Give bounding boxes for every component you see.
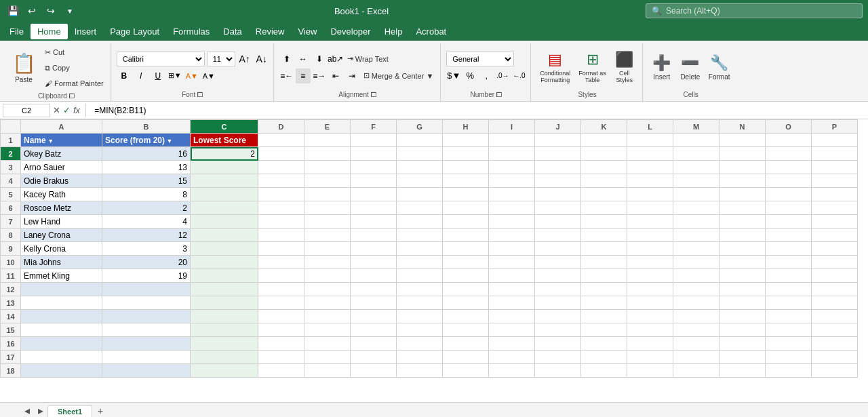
col-header-j[interactable]: J bbox=[535, 120, 581, 134]
cell-o10[interactable] bbox=[766, 256, 812, 269]
cell-f15[interactable] bbox=[351, 323, 397, 337]
col-header-k[interactable]: K bbox=[581, 120, 627, 134]
cell-h9[interactable] bbox=[443, 242, 489, 256]
cell-p3[interactable] bbox=[812, 161, 858, 174]
cell-p1[interactable] bbox=[812, 134, 858, 147]
cell-o5[interactable] bbox=[766, 188, 812, 201]
col-header-c[interactable]: C bbox=[191, 120, 258, 134]
cell-h11[interactable] bbox=[443, 269, 489, 283]
col-header-b[interactable]: B bbox=[102, 120, 191, 134]
cell-b15[interactable] bbox=[102, 323, 191, 337]
cell-l10[interactable] bbox=[627, 256, 673, 269]
cell-n10[interactable] bbox=[719, 256, 766, 269]
format-painter-button[interactable]: 🖌 Format Painter bbox=[42, 76, 106, 91]
cell-reference-input[interactable] bbox=[3, 104, 50, 117]
increase-decimal-button[interactable]: ←.0 bbox=[511, 68, 526, 83]
cell-p6[interactable] bbox=[812, 201, 858, 215]
cell-l6[interactable] bbox=[627, 201, 673, 215]
cell-g15[interactable] bbox=[397, 323, 443, 337]
add-sheet-button[interactable]: + bbox=[92, 405, 108, 417]
cell-j4[interactable] bbox=[535, 174, 581, 188]
cell-o4[interactable] bbox=[766, 174, 812, 188]
cell-d8[interactable] bbox=[258, 229, 304, 242]
cell-k14[interactable] bbox=[581, 310, 627, 323]
cell-j9[interactable] bbox=[535, 242, 581, 256]
cell-a10[interactable]: Mia Johns bbox=[21, 256, 102, 269]
cell-g18[interactable] bbox=[397, 364, 443, 378]
cell-o16[interactable] bbox=[766, 337, 812, 351]
cell-l17[interactable] bbox=[627, 351, 673, 364]
cell-g13[interactable] bbox=[397, 296, 443, 310]
cell-b1[interactable]: Score (from 20) ▼ bbox=[102, 134, 191, 147]
cell-a6[interactable]: Roscoe Metz bbox=[21, 201, 102, 215]
cell-j18[interactable] bbox=[535, 364, 581, 378]
format-button[interactable]: 🔧 Format bbox=[705, 52, 734, 83]
cell-p16[interactable] bbox=[812, 337, 858, 351]
cell-p4[interactable] bbox=[812, 174, 858, 188]
cell-c15[interactable] bbox=[191, 323, 258, 337]
cancel-formula-icon[interactable]: ✕ bbox=[53, 105, 60, 115]
undo-button[interactable]: ↩ bbox=[24, 3, 39, 18]
cell-e8[interactable] bbox=[304, 229, 351, 242]
cell-d13[interactable] bbox=[258, 296, 304, 310]
cut-button[interactable]: ✂ Cut bbox=[42, 45, 106, 60]
customize-quick-access[interactable]: ▼ bbox=[62, 3, 77, 18]
cell-d17[interactable] bbox=[258, 351, 304, 364]
cell-n16[interactable] bbox=[719, 337, 766, 351]
cell-g10[interactable] bbox=[397, 256, 443, 269]
cell-p11[interactable] bbox=[812, 269, 858, 283]
cell-l1[interactable] bbox=[627, 134, 673, 147]
cell-g4[interactable] bbox=[397, 174, 443, 188]
cell-g12[interactable] bbox=[397, 283, 443, 296]
cell-o18[interactable] bbox=[766, 364, 812, 378]
cell-d11[interactable] bbox=[258, 269, 304, 283]
cell-n13[interactable] bbox=[719, 296, 766, 310]
cell-j17[interactable] bbox=[535, 351, 581, 364]
col-header-p[interactable]: P bbox=[812, 120, 858, 134]
menu-help[interactable]: Help bbox=[378, 24, 410, 39]
cell-a4[interactable]: Odie Brakus bbox=[21, 174, 102, 188]
cell-i14[interactable] bbox=[489, 310, 535, 323]
cell-k6[interactable] bbox=[581, 201, 627, 215]
cell-h16[interactable] bbox=[443, 337, 489, 351]
cell-j2[interactable] bbox=[535, 147, 581, 161]
align-top-button[interactable]: ⬆ bbox=[279, 52, 294, 66]
merge-center-dropdown[interactable]: ▼ bbox=[426, 72, 433, 80]
number-expand-icon[interactable]: ⧠ bbox=[496, 91, 502, 98]
cell-d12[interactable] bbox=[258, 283, 304, 296]
align-middle-button[interactable]: ↔ bbox=[296, 52, 311, 66]
cell-c6[interactable] bbox=[191, 201, 258, 215]
cell-a2[interactable]: Okey Batz bbox=[21, 147, 102, 161]
cell-j16[interactable] bbox=[535, 337, 581, 351]
cell-i6[interactable] bbox=[489, 201, 535, 215]
wrap-text-button[interactable]: ⇥ Wrap Text bbox=[344, 52, 392, 66]
cell-d3[interactable] bbox=[258, 161, 304, 174]
cell-d6[interactable] bbox=[258, 201, 304, 215]
cell-m18[interactable] bbox=[673, 364, 719, 378]
cell-c16[interactable] bbox=[191, 337, 258, 351]
cell-m11[interactable] bbox=[673, 269, 719, 283]
cell-f7[interactable] bbox=[351, 215, 397, 229]
cell-a18[interactable] bbox=[21, 364, 102, 378]
cell-a9[interactable]: Kelly Crona bbox=[21, 242, 102, 256]
cell-k5[interactable] bbox=[581, 188, 627, 201]
cell-f13[interactable] bbox=[351, 296, 397, 310]
cell-j1[interactable] bbox=[535, 134, 581, 147]
cell-f1[interactable] bbox=[351, 134, 397, 147]
row-header-15[interactable]: 15 bbox=[1, 323, 21, 337]
cell-e10[interactable] bbox=[304, 256, 351, 269]
cell-m2[interactable] bbox=[673, 147, 719, 161]
cell-i18[interactable] bbox=[489, 364, 535, 378]
menu-developer[interactable]: Developer bbox=[323, 24, 377, 39]
align-bottom-button[interactable]: ⬇ bbox=[312, 52, 327, 66]
row-header-1[interactable]: 1 bbox=[1, 134, 21, 147]
cell-i2[interactable] bbox=[489, 147, 535, 161]
col-header-h[interactable]: H bbox=[443, 120, 489, 134]
cell-l7[interactable] bbox=[627, 215, 673, 229]
increase-font-button[interactable]: A↑ bbox=[237, 52, 252, 66]
cell-g2[interactable] bbox=[397, 147, 443, 161]
cell-g14[interactable] bbox=[397, 310, 443, 323]
cell-l16[interactable] bbox=[627, 337, 673, 351]
cell-e5[interactable] bbox=[304, 188, 351, 201]
font-expand-icon[interactable]: ⧠ bbox=[197, 91, 203, 98]
